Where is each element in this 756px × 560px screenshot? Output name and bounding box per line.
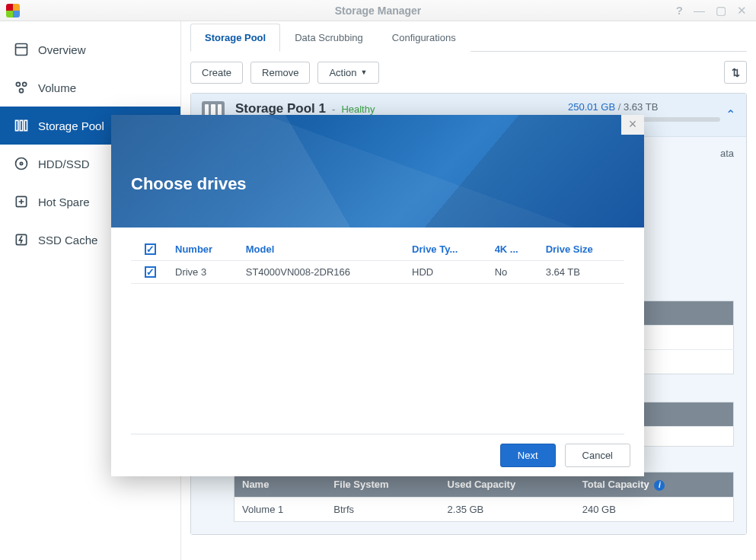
action-label: Action [329, 67, 356, 78]
info-icon[interactable]: i [654, 480, 665, 491]
collapse-icon[interactable]: ⌃ [726, 107, 735, 122]
col-drive-type[interactable]: Drive Ty... [406, 238, 489, 261]
svg-point-8 [20, 162, 22, 164]
alloc-total: 240 GB [575, 497, 734, 521]
drive-select-table: ✓ Number Model Drive Ty... 4K ... Drive … [131, 238, 624, 284]
remove-button[interactable]: Remove [250, 62, 310, 84]
ssd-cache-icon [14, 232, 29, 247]
drive-number: Drive 3 [169, 261, 240, 284]
sidebar-item-overview[interactable]: Overview [0, 30, 180, 68]
toolbar: Create Remove Action ▼ ⇅ [190, 52, 747, 93]
hdd-icon [14, 156, 29, 171]
svg-point-1 [16, 82, 20, 86]
select-all-checkbox[interactable]: ✓ [145, 243, 156, 255]
app-icon [6, 4, 20, 18]
tabs: Storage Pool Data Scrubbing Configuratio… [190, 23, 747, 52]
svg-rect-4 [16, 120, 18, 130]
storage-allocation-table: Name File System Used Capacity Total Cap… [234, 472, 734, 522]
alloc-fs: Btrfs [326, 497, 439, 521]
window-title: Storage Manager [0, 5, 756, 17]
minimize-icon[interactable]: — [694, 5, 705, 16]
svg-rect-6 [24, 120, 27, 130]
col-drive-size[interactable]: Drive Size [540, 238, 624, 261]
col-number[interactable]: Number [169, 238, 240, 261]
alloc-name: Volume 1 [234, 497, 327, 521]
action-button[interactable]: Action ▼ [317, 62, 378, 84]
maximize-icon[interactable]: ▢ [716, 5, 726, 16]
sidebar-item-label: Volume [38, 81, 76, 94]
svg-point-2 [23, 82, 27, 86]
table-row[interactable]: ✓ Drive 3 ST4000VN008-2DR166 HDD No 3.64… [131, 261, 624, 284]
drive-type: HDD [406, 261, 489, 284]
tab-storage-pool[interactable]: Storage Pool [190, 24, 280, 52]
drive-size: 3.64 TB [540, 261, 624, 284]
drive-model: ST4000VN008-2DR166 [240, 261, 406, 284]
choose-drives-modal: × Choose drives ✓ Number Model Drive Ty.… [111, 115, 644, 476]
row-checkbox[interactable]: ✓ [145, 266, 156, 278]
col-model[interactable]: Model [240, 238, 406, 261]
total-capacity: 3.63 TB [624, 101, 658, 113]
modal-close-button[interactable]: × [621, 115, 644, 135]
cancel-button[interactable]: Cancel [565, 444, 630, 467]
help-icon[interactable]: ? [676, 5, 683, 16]
svg-point-7 [16, 158, 27, 170]
svg-point-3 [20, 89, 24, 93]
window-controls: ? — ▢ ✕ [676, 5, 756, 16]
sidebar-item-label: Hot Spare [38, 196, 90, 208]
modal-footer: Next Cancel [111, 434, 644, 476]
svg-rect-5 [20, 120, 22, 130]
table-row: Volume 1 Btrfs 2.35 GB 240 GB [234, 497, 734, 521]
alloc-used: 2.35 GB [440, 497, 575, 521]
modal-body: ✓ Number Model Drive Ty... 4K ... Drive … [111, 228, 644, 434]
drive-4k: No [489, 261, 540, 284]
create-button[interactable]: Create [190, 62, 243, 84]
used-capacity: 250.01 GB [568, 101, 615, 113]
sidebar-item-label: Overview [38, 43, 86, 56]
tab-configurations[interactable]: Configurations [378, 24, 471, 52]
sidebar-item-label: Storage Pool [38, 119, 104, 132]
modal-header: × Choose drives [111, 115, 644, 228]
volume-icon [14, 80, 29, 95]
tab-data-scrubbing[interactable]: Data Scrubbing [280, 24, 378, 52]
modal-title: Choose drives [131, 174, 247, 194]
pool-status: Healthy [341, 103, 375, 115]
sidebar-item-volume[interactable]: Volume [0, 68, 180, 107]
sort-button[interactable]: ⇅ [724, 61, 747, 84]
svg-rect-0 [16, 44, 27, 56]
overview-icon [14, 42, 29, 57]
col-4k[interactable]: 4K ... [489, 238, 540, 261]
storage-pool-icon [14, 118, 29, 133]
close-icon[interactable]: ✕ [737, 5, 747, 16]
titlebar: Storage Manager ? — ▢ ✕ [0, 0, 756, 21]
hot-spare-icon [14, 194, 29, 209]
sidebar-item-label: HDD/SSD [38, 158, 90, 170]
caret-down-icon: ▼ [361, 68, 368, 76]
col-select-all[interactable]: ✓ [131, 238, 169, 261]
next-button[interactable]: Next [500, 444, 556, 467]
pool-title: Storage Pool 1 [235, 101, 326, 116]
sidebar-item-label: SSD Cache [38, 234, 97, 247]
